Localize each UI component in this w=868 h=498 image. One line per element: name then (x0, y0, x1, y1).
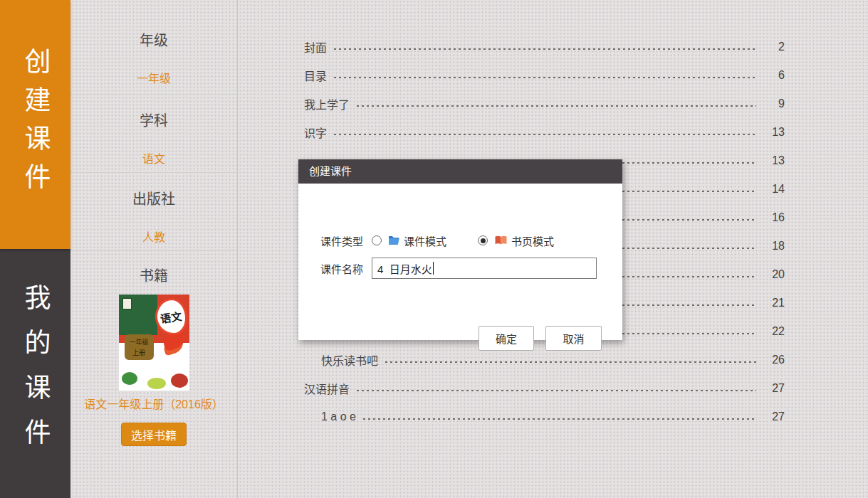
toc-row-literacy[interactable]: 识字 13 (304, 118, 785, 147)
text-caret (433, 262, 434, 275)
create-courseware-dialog: 创建课件 课件类型 课件模式 (298, 159, 622, 340)
grade-title: 年级 (70, 29, 237, 50)
toc-page-number: 27 (763, 410, 785, 423)
courseware-name-label: 课件名称 (320, 261, 363, 276)
toc-label: 1 a o e (304, 410, 356, 423)
toc-page-number: 21 (763, 297, 785, 309)
book-cover-title: 语文 (160, 308, 183, 326)
courseware-name-value: 4 日月水火 (377, 261, 432, 276)
book-cover-grade: 一年级 (129, 337, 148, 346)
toc-page-number: 2 (763, 41, 785, 53)
publisher-title: 出版社 (70, 188, 237, 208)
nav-my-courseware[interactable]: 我的课件 (0, 249, 70, 498)
toc-page-number: 22 (763, 325, 785, 338)
option-courseware-mode-label: 课件模式 (404, 233, 446, 248)
section-book: 书籍 语文 一年级 上册 语文一年级上册（2016版） 选择 (70, 250, 237, 498)
toc-row-cover[interactable]: 封面 2 (304, 33, 785, 61)
book-cover-grade-box: 一年级 上册 (125, 334, 154, 360)
subject-title: 学科 (70, 110, 237, 130)
toc-page-number: 18 (763, 240, 785, 253)
choose-book-button[interactable]: 选择书籍 (121, 423, 187, 446)
toc-page-number: 27 (763, 382, 785, 395)
book-selection-sidebar: 年级 一年级 学科 语文 出版社 人教 书籍 语文 一 (70, 0, 238, 498)
book-title: 书籍 (70, 265, 237, 285)
toc-label: 识字 (304, 124, 327, 141)
book-cover-bush (147, 378, 166, 389)
toc-page-number: 6 (763, 69, 785, 82)
toc-label: 我上学了 (304, 95, 350, 112)
book-cover-seal (122, 298, 132, 309)
toc-row-contents[interactable]: 目录 6 (304, 61, 785, 90)
bookpage-mode-radio[interactable] (478, 235, 488, 245)
toc-leader (334, 48, 756, 50)
nav-my-courseware-label[interactable]: 我的课件 (22, 284, 48, 463)
toc-leader (334, 134, 756, 135)
publisher-value[interactable]: 人教 (70, 228, 237, 245)
section-subject: 学科 语文 (70, 95, 237, 173)
toc-leader (363, 418, 756, 420)
book-cover-image[interactable]: 语文 一年级 上册 (119, 295, 189, 391)
option-bookpage-mode-label: 书页模式 (511, 233, 554, 248)
toc-leader (334, 77, 756, 78)
toc-row-pinyin[interactable]: 汉语拼音 27 (304, 374, 785, 403)
toc-page-number: 20 (763, 268, 785, 281)
nav-create-courseware-label[interactable]: 创建课件 (22, 48, 48, 201)
option-courseware-mode[interactable]: 课件模式 (372, 233, 446, 248)
toc-page-number: 16 (763, 211, 785, 224)
book-cover-bush (122, 372, 137, 385)
toc-label: 封面 (304, 38, 327, 55)
option-bookpage-mode[interactable]: 书页模式 (478, 233, 554, 248)
toc-page-number: 13 (763, 126, 785, 139)
toc-label: 目录 (304, 67, 327, 84)
nav-create-courseware[interactable]: 创建课件 (0, 0, 70, 249)
courseware-mode-radio[interactable] (372, 235, 382, 245)
toc-label: 快乐读书吧 (304, 351, 378, 369)
book-caption: 语文一年级上册（2016版） (84, 397, 224, 413)
toc-label: 汉语拼音 (304, 380, 350, 397)
book-icon (494, 235, 508, 245)
toc-row-i-go-to-school[interactable]: 我上学了 9 (304, 90, 785, 118)
courseware-type-row: 课件类型 课件模式 书页模 (320, 231, 554, 250)
section-publisher: 出版社 人教 (70, 173, 237, 250)
dialog-body: 课件类型 课件模式 书页模 (298, 184, 622, 340)
book-cover-bush (171, 374, 188, 388)
ok-button[interactable]: 确定 (479, 326, 534, 351)
folder-icon (388, 235, 400, 245)
grade-value[interactable]: 一年级 (70, 69, 237, 86)
toc-row-happy-reading[interactable]: 快乐读书吧 26 (304, 346, 785, 374)
subject-value[interactable]: 语文 (70, 149, 237, 166)
book-cover-volume: 上册 (132, 348, 145, 357)
toc-row-aoe[interactable]: 1 a o e 27 (304, 403, 785, 431)
courseware-type-label: 课件类型 (320, 233, 363, 248)
toc-page-number: 9 (763, 97, 785, 110)
toc-page-number: 26 (763, 354, 785, 366)
toc-leader (357, 390, 756, 391)
dialog-title: 创建课件 (298, 159, 622, 184)
section-grade: 年级 一年级 (70, 0, 237, 95)
toc-leader (357, 105, 756, 107)
toc-leader (385, 361, 756, 363)
toc-page-number: 14 (763, 183, 785, 196)
cancel-button[interactable]: 取消 (545, 326, 602, 351)
toc-page-number: 13 (763, 154, 785, 167)
courseware-name-input[interactable]: 4 日月水火 (372, 258, 597, 279)
courseware-name-row: 课件名称 4 日月水火 (320, 258, 597, 279)
